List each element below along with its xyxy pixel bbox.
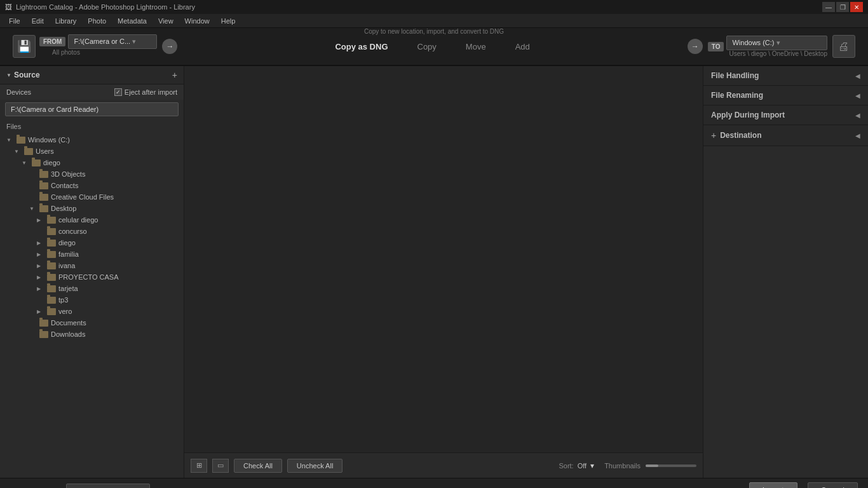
file-handling-title: File Handling: [711, 71, 759, 80]
source-arrow-button[interactable]: →: [162, 39, 177, 54]
source-path-dropdown[interactable]: F:\(Camera or C... ▾: [68, 34, 157, 49]
menu-bar: File Edit Library Photo Metadata View Wi…: [0, 14, 868, 28]
devices-label: Devices: [6, 88, 31, 96]
file-renaming-header[interactable]: File Renaming ◀: [703, 86, 868, 105]
menu-window[interactable]: Window: [180, 16, 215, 26]
source-path-display[interactable]: F:\(Camera or Card Reader): [5, 102, 179, 116]
tree-item-tarjeta[interactable]: ▶ tarjeta: [0, 283, 184, 294]
tree-item-creative-cloud[interactable]: ▶ Creative Cloud Files: [0, 191, 184, 203]
title-bar: 🖼 Lightroom Catalog - Adobe Photoshop Li…: [0, 0, 868, 14]
tree-item-users[interactable]: ▼ Users: [0, 146, 184, 157]
eject-checkbox[interactable]: [114, 88, 122, 96]
file-handling-collapse-icon[interactable]: ◀: [855, 72, 860, 79]
dest-folder-icon: 🖨: [832, 35, 855, 58]
grid-view-button[interactable]: ⊞: [191, 459, 207, 473]
to-label: TO: [708, 42, 724, 51]
all-photos-label: All photos: [39, 49, 157, 58]
file-handling-section: File Handling ◀: [703, 66, 868, 86]
window-controls[interactable]: — ❐ ✕: [822, 2, 863, 12]
sort-arrow-icon: ▾: [590, 461, 594, 470]
tree-item-3dobjects[interactable]: ▶ 3D Objects: [0, 168, 184, 180]
sort-value[interactable]: Off: [578, 462, 587, 470]
mode-description: Copy to new location, import, and conver…: [364, 28, 504, 35]
apply-during-import-section: Apply During Import ◀: [703, 105, 868, 125]
check-all-button[interactable]: Check All: [234, 459, 282, 473]
source-add-button[interactable]: +: [172, 70, 177, 80]
tree-item-windows-c[interactable]: ▼ Windows (C:): [0, 134, 184, 146]
destination-add-icon[interactable]: +: [711, 130, 716, 140]
file-handling-header[interactable]: File Handling ◀: [703, 66, 868, 85]
tree-item-downloads[interactable]: ▶ Downloads: [0, 329, 184, 340]
source-panel-header: ▼ Source +: [0, 66, 184, 85]
dest-subpath: Users \ diego \ OneDrive \ Desktop: [726, 50, 827, 57]
tree-item-desktop[interactable]: ▼ Desktop: [0, 203, 184, 214]
destination-section: + Destination ◀: [703, 125, 868, 146]
import-footer: Import Preset : None ▾ Import Cancel: [0, 478, 868, 488]
menu-metadata[interactable]: Metadata: [112, 16, 152, 26]
tree-item-celular-diego[interactable]: ▶ celular diego: [0, 214, 184, 226]
destination-header[interactable]: + Destination ◀: [703, 125, 868, 146]
import-button[interactable]: Import: [749, 482, 797, 489]
cancel-button[interactable]: Cancel: [808, 482, 858, 489]
mode-copy[interactable]: Copy: [412, 39, 442, 54]
import-dialog: 💾 FROM F:\(Camera or C... ▾ All photos →…: [0, 28, 868, 488]
maximize-button[interactable]: ❐: [836, 2, 849, 12]
right-panel: File Handling ◀ File Renaming ◀ Apply Du…: [703, 66, 868, 478]
tree-item-diego[interactable]: ▼ diego: [0, 157, 184, 168]
menu-photo[interactable]: Photo: [83, 16, 111, 26]
close-button[interactable]: ✕: [850, 2, 863, 12]
app-icon: 🖼: [5, 3, 12, 11]
photo-area: [184, 66, 703, 452]
sort-area: Sort: Off ▾: [559, 461, 594, 470]
file-tree: ▼ Windows (C:) ▼ Users ▼ diego: [0, 134, 184, 478]
menu-help[interactable]: Help: [216, 16, 241, 26]
menu-view[interactable]: View: [153, 16, 179, 26]
tree-item-concurso[interactable]: ▶ concurso: [0, 226, 184, 237]
uncheck-all-button[interactable]: Uncheck All: [287, 459, 342, 473]
to-section: → TO Windows (C:) ▾ Users \ diego \ OneD…: [688, 35, 855, 58]
menu-library[interactable]: Library: [50, 16, 82, 26]
apply-collapse-icon[interactable]: ◀: [855, 112, 860, 119]
eject-checkbox-row: Eject after import: [114, 88, 177, 96]
file-renaming-title: File Renaming: [711, 91, 763, 100]
tree-item-diego-sub[interactable]: ▶ diego: [0, 237, 184, 248]
mode-add[interactable]: Add: [510, 39, 535, 54]
tree-item-documents[interactable]: ▶ Documents: [0, 317, 184, 329]
thumbnail-size-area: Thumbnails: [604, 462, 696, 470]
device-icon: 💾: [13, 35, 36, 58]
tree-item-tp3[interactable]: ▶ tp3: [0, 294, 184, 306]
dest-arrow-button[interactable]: →: [688, 39, 703, 54]
preset-selector[interactable]: None ▾: [66, 484, 738, 488]
source-title: Source: [14, 71, 40, 79]
minimize-button[interactable]: —: [822, 2, 835, 12]
tree-item-ivana[interactable]: ▶ ivana: [0, 260, 184, 271]
destination-collapse-icon[interactable]: ◀: [855, 132, 860, 139]
mode-move[interactable]: Move: [461, 39, 491, 54]
file-renaming-section: File Renaming ◀: [703, 86, 868, 105]
thumbnails-label: Thumbnails: [604, 462, 641, 470]
window-title: Lightroom Catalog - Adobe Photoshop Ligh…: [16, 3, 195, 11]
tree-item-familia[interactable]: ▶ familia: [0, 248, 184, 260]
dest-path-dropdown[interactable]: Windows (C:) ▾: [726, 36, 827, 50]
main-content: ▼ Source + Devices Eject after import F:…: [0, 66, 868, 478]
thumbnail-slider[interactable]: [646, 464, 696, 467]
from-label: FROM: [39, 37, 65, 46]
apply-during-import-header[interactable]: Apply During Import ◀: [703, 105, 868, 125]
center-panel: ⊞ ▭ Check All Uncheck All Sort: Off ▾ Th…: [184, 66, 703, 478]
bottom-toolbar: ⊞ ▭ Check All Uncheck All Sort: Off ▾ Th…: [184, 452, 703, 478]
single-view-button[interactable]: ▭: [212, 459, 229, 473]
menu-file[interactable]: File: [4, 16, 25, 26]
apply-during-import-title: Apply During Import: [711, 111, 785, 119]
files-label: Files: [0, 119, 184, 134]
tree-item-proyecto-casa[interactable]: ▶ PROYECTO CASA: [0, 271, 184, 283]
import-modes: Copy as DNG Copy Move Add: [177, 39, 687, 54]
devices-row: Devices Eject after import: [0, 85, 184, 100]
menu-edit[interactable]: Edit: [27, 16, 49, 26]
from-section: 💾 FROM F:\(Camera or C... ▾ All photos →: [13, 34, 177, 58]
eject-label: Eject after import: [125, 88, 177, 96]
source-collapse-icon[interactable]: ▼: [6, 72, 11, 78]
mode-copy-as-dng[interactable]: Copy as DNG: [330, 39, 393, 54]
tree-item-contacts[interactable]: ▶ Contacts: [0, 180, 184, 191]
tree-item-vero[interactable]: ▶ vero: [0, 306, 184, 317]
file-renaming-collapse-icon[interactable]: ◀: [855, 92, 860, 99]
